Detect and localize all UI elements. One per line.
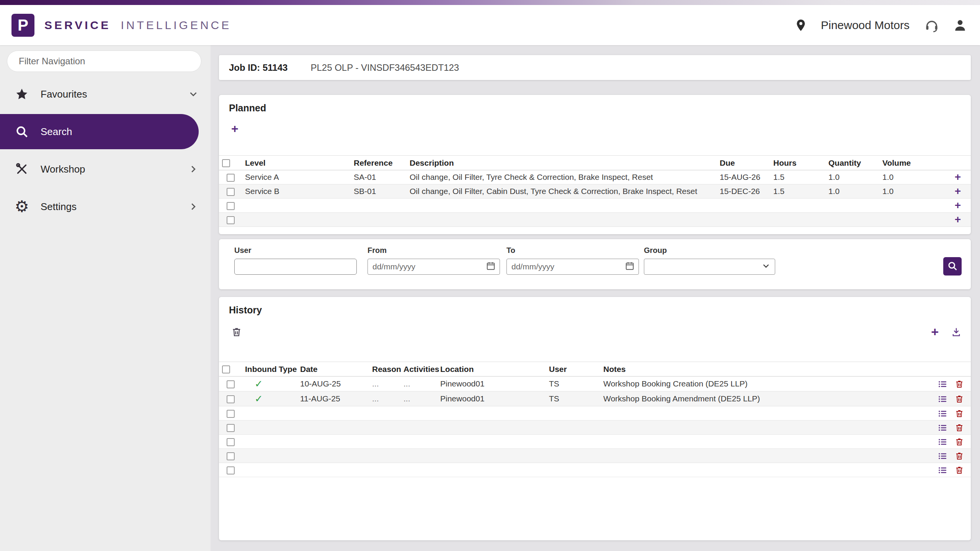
chevron-right-icon (188, 163, 199, 175)
cell-due (717, 199, 770, 213)
cell-description: Oil change, Oil Filter, Tyre Check & Cor… (407, 170, 717, 184)
row-checkbox[interactable] (227, 174, 235, 182)
gear-icon: ⚙ (13, 198, 31, 215)
cell-notes: Workshop Booking Creation (DE25 LLP) (600, 377, 910, 391)
row-add-button[interactable]: + (955, 214, 961, 225)
workshop-tools-icon (13, 160, 31, 178)
sidebar-item-label: Workshop (41, 163, 85, 175)
sidebar-item-settings[interactable]: ⚙ Settings (0, 189, 211, 224)
row-checkbox[interactable] (227, 466, 235, 474)
cell-user (546, 406, 600, 421)
cell-type (276, 449, 297, 463)
row-delete-button[interactable] (955, 395, 964, 404)
cell-volume (879, 199, 937, 213)
row-checkbox[interactable] (227, 395, 235, 403)
history-add-button[interactable]: + (931, 325, 939, 338)
cell-notes (600, 421, 910, 435)
history-table-row: ✓ 10-AUG-25 ... ... Pinewood01 TS Worksh… (219, 377, 971, 391)
cell-description (407, 199, 717, 213)
sidebar-nav: Favourites Search Workshop (0, 77, 211, 224)
history-search-button[interactable] (943, 257, 962, 276)
cell-location: Pinewood01 (437, 377, 546, 391)
cell-reason (369, 435, 400, 449)
column-header-volume: Volume (879, 156, 937, 170)
history-table-row (219, 449, 971, 463)
column-header-reference: Reference (351, 156, 407, 170)
row-checkbox[interactable] (227, 216, 235, 224)
row-details-button[interactable] (938, 409, 947, 418)
cell-date (297, 449, 369, 463)
history-delete-button[interactable] (231, 327, 242, 337)
column-header-location: Location (437, 362, 546, 377)
history-table-row (219, 406, 971, 421)
row-checkbox[interactable] (227, 188, 235, 196)
row-details-button[interactable] (938, 452, 947, 461)
cell-due: 15-AUG-26 (717, 170, 770, 184)
history-filter-panel: User From dd/mm/yyyy To dd/mm/yyyy (219, 239, 971, 289)
cell-activities (400, 449, 437, 463)
cell-reason (369, 449, 400, 463)
row-checkbox[interactable] (227, 424, 235, 432)
top-gradient-bar (0, 0, 980, 5)
row-delete-button[interactable] (955, 452, 964, 461)
cell-quantity: 1.0 (825, 170, 879, 184)
from-date-placeholder: dd/mm/yyyy (372, 262, 415, 271)
headset-icon[interactable] (923, 17, 940, 34)
row-details-button[interactable] (938, 437, 947, 447)
main-content: Job ID: 51143 PL25 OLP - VINSDF346543EDT… (211, 45, 980, 551)
user-profile-icon[interactable] (952, 17, 969, 34)
row-delete-button[interactable] (955, 437, 964, 447)
row-add-button[interactable]: + (955, 172, 961, 183)
cell-hours: 1.5 (770, 184, 825, 199)
history-toolbar: + (219, 325, 971, 342)
row-details-button[interactable] (938, 395, 947, 404)
group-select[interactable] (644, 259, 775, 275)
row-checkbox[interactable] (227, 438, 235, 446)
row-add-button[interactable]: + (955, 200, 961, 211)
sidebar-item-workshop[interactable]: Workshop (0, 152, 211, 187)
column-header-reason: Reason (369, 362, 400, 377)
filter-navigation-input[interactable] (7, 51, 201, 72)
row-delete-button[interactable] (955, 409, 964, 418)
column-header-description: Description (407, 156, 717, 170)
row-delete-button[interactable] (955, 380, 964, 389)
row-delete-button[interactable] (955, 423, 964, 432)
app-logo[interactable]: P (11, 14, 34, 37)
cell-type (276, 435, 297, 449)
planned-add-button[interactable]: + (231, 122, 238, 135)
row-checkbox[interactable] (227, 410, 235, 418)
user-filter-input[interactable] (234, 259, 357, 275)
row-checkbox[interactable] (227, 380, 235, 388)
star-icon (13, 85, 31, 103)
cell-reason: ... (369, 377, 400, 391)
row-details-button[interactable] (938, 380, 947, 389)
sidebar-item-favourites[interactable]: Favourites (0, 77, 211, 112)
cell-date (297, 406, 369, 421)
cell-type (276, 406, 297, 421)
calendar-icon[interactable] (625, 261, 635, 272)
from-date-input[interactable]: dd/mm/yyyy (368, 259, 500, 275)
cell-activities (400, 435, 437, 449)
sidebar-item-search[interactable]: Search (0, 114, 199, 149)
history-select-all-cell (219, 362, 242, 377)
column-header-quantity: Quantity (825, 156, 879, 170)
row-checkbox[interactable] (227, 452, 235, 460)
row-checkbox[interactable] (227, 202, 235, 210)
row-delete-button[interactable] (955, 466, 964, 475)
to-date-input[interactable]: dd/mm/yyyy (506, 259, 639, 275)
planned-select-all-checkbox[interactable] (222, 159, 230, 167)
calendar-icon[interactable] (486, 261, 496, 272)
history-select-all-checkbox[interactable] (222, 365, 230, 373)
cell-hours: 1.5 (770, 170, 825, 184)
row-details-button[interactable] (938, 423, 947, 432)
user-filter-field: User (234, 246, 357, 275)
planned-table-row: Service B SB-01 Oil change, Oil Filter, … (219, 184, 971, 199)
row-add-button[interactable]: + (955, 186, 961, 197)
planned-panel: Planned + Level Reference Description Du… (219, 95, 971, 234)
history-download-button[interactable] (951, 327, 962, 337)
row-details-button[interactable] (938, 466, 947, 475)
cell-reference (351, 199, 407, 213)
job-header-bar: Job ID: 51143 PL25 OLP - VINSDF346543EDT… (219, 55, 971, 80)
cell-quantity: 1.0 (825, 184, 879, 199)
cell-location (437, 421, 546, 435)
